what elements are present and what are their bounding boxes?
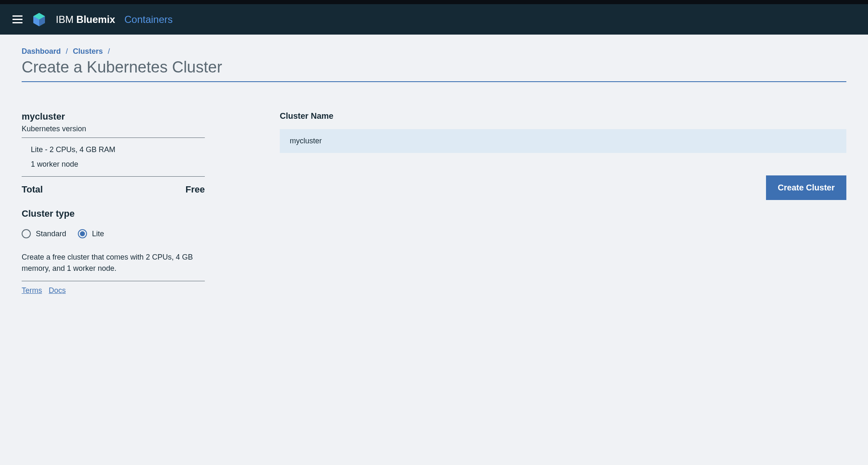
docs-link[interactable]: Docs (49, 286, 66, 295)
cluster-name-field-label: Cluster Name (280, 111, 846, 121)
form-panel: Cluster Name Create Cluster (280, 111, 846, 295)
summary-panel: mycluster Kubernetes version Lite - 2 CP… (22, 111, 205, 295)
terms-link[interactable]: Terms (22, 286, 42, 295)
spec-list: Lite - 2 CPUs, 4 GB RAM 1 worker node (22, 138, 205, 177)
breadcrumb-separator: / (66, 47, 68, 56)
create-cluster-button[interactable]: Create Cluster (766, 175, 846, 200)
product-label[interactable]: Containers (124, 14, 173, 25)
summary-cluster-name: mycluster (22, 111, 205, 122)
cluster-type-label: Cluster type (22, 208, 205, 219)
page-content: Dashboard / Clusters / Create a Kubernet… (0, 35, 868, 308)
spec-item: 1 worker node (31, 160, 205, 169)
total-row: Total Free (22, 184, 205, 195)
breadcrumb-dashboard[interactable]: Dashboard (22, 47, 61, 56)
main-layout: mycluster Kubernetes version Lite - 2 CP… (22, 111, 846, 295)
global-header: IBM Bluemix Containers (0, 4, 868, 35)
breadcrumb-clusters[interactable]: Clusters (73, 47, 103, 56)
total-label: Total (22, 184, 43, 195)
radio-dot-icon (80, 231, 85, 236)
total-value: Free (186, 184, 205, 195)
radio-icon (22, 229, 31, 238)
summary-subheading: Kubernetes version (22, 125, 205, 138)
radio-icon (78, 229, 87, 238)
spec-item: Lite - 2 CPUs, 4 GB RAM (31, 145, 205, 154)
top-stripe (0, 0, 868, 4)
breadcrumb: Dashboard / Clusters / (22, 47, 846, 56)
menu-icon[interactable] (12, 15, 22, 23)
radio-lite[interactable]: Lite (78, 229, 104, 238)
radio-standard[interactable]: Standard (22, 229, 66, 238)
bluemix-logo-icon (32, 12, 47, 27)
breadcrumb-separator: / (108, 47, 110, 56)
radio-label-lite: Lite (92, 230, 104, 238)
page-title: Create a Kubernetes Cluster (22, 58, 846, 82)
footer-links: Terms Docs (22, 286, 205, 295)
cluster-name-input[interactable] (280, 129, 846, 153)
brand-label: IBM Bluemix (56, 14, 115, 25)
radio-label-standard: Standard (36, 230, 66, 238)
cluster-type-radio-group: Standard Lite (22, 229, 205, 238)
cluster-type-description: Create a free cluster that comes with 2 … (22, 252, 205, 281)
